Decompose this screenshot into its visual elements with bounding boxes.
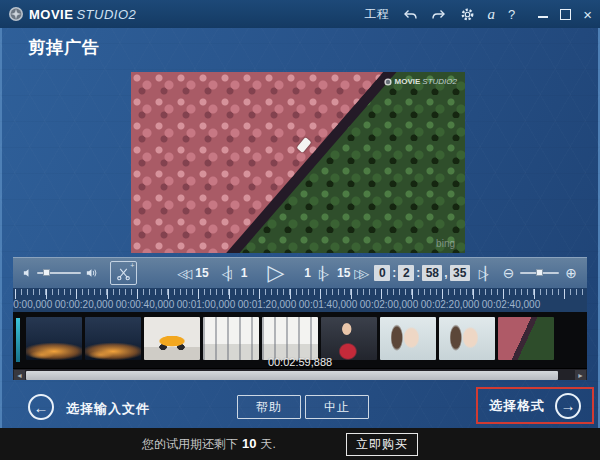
forward-1-num: 1 <box>304 266 311 280</box>
zoom-out-icon[interactable]: ⊖ <box>503 266 515 280</box>
maximize-icon[interactable] <box>560 9 571 20</box>
timeline-thumbnail[interactable] <box>321 317 377 360</box>
timeline-thumbnail-strip: 00:02:59,888 <box>13 312 587 368</box>
timecode-display: 0 : 2 : 58 , 35 <box>374 265 469 281</box>
timeline-thumbnail[interactable] <box>85 317 141 360</box>
minimize-icon[interactable] <box>538 10 548 18</box>
timeline-zoom-slider[interactable] <box>520 272 559 274</box>
video-preview: MOVIE STUDIO2 bing <box>131 72 465 253</box>
brand-studio: STUDIO2 <box>76 7 136 22</box>
timeline-thumbnail[interactable] <box>144 317 200 360</box>
help-icon[interactable]: ? <box>508 7 515 22</box>
scissors-plus: + <box>130 262 134 269</box>
timecode-sep: : <box>392 266 396 280</box>
jump-end-icon: ▷▏ <box>479 267 491 280</box>
back-15-button[interactable]: ◁◁ 15 <box>177 266 208 280</box>
play-button[interactable]: ▷ <box>267 260 284 286</box>
back-15-icon: ◁◁ <box>177 267 187 280</box>
watermark-reel-icon <box>384 78 392 86</box>
jump-end-button[interactable]: ▷▏ <box>479 267 491 280</box>
clip-start-marker[interactable] <box>16 318 20 362</box>
ruler-label: 00:02:40,000 <box>482 299 540 310</box>
scroll-right-icon[interactable]: ► <box>575 370 586 380</box>
trial-prefix: 您的试用期还剩下 <box>142 436 238 453</box>
ruler-label: 00:00:40,000 <box>116 299 174 310</box>
forward-1-button[interactable]: 1 ▕▷ <box>304 266 325 280</box>
forward-15-icon: ▷▷ <box>354 267 364 280</box>
ruler-label: 00:02:00,000 <box>360 299 418 310</box>
back-1-button[interactable]: ◁▏ 1 <box>222 266 248 280</box>
settings-gear-icon[interactable] <box>460 7 475 22</box>
timecode-seconds[interactable]: 58 <box>422 265 442 281</box>
timecode-millis[interactable]: 35 <box>450 265 470 281</box>
window-controls: × <box>538 7 592 22</box>
forward-15-button[interactable]: 15 ▷▷ <box>337 266 364 280</box>
ruler-label: 00:01:40,000 <box>299 299 357 310</box>
timeline-scrollbar[interactable]: ◄ ► <box>13 368 587 380</box>
timecode-minutes[interactable]: 2 <box>398 265 414 281</box>
timeline-thumbnail[interactable] <box>380 317 436 360</box>
ruler-label: 00:00:20,000 <box>55 299 113 310</box>
trial-status-bar: 您的试用期还剩下 10 天. 立即购买 <box>0 428 600 460</box>
timeline-thumbnail[interactable] <box>498 317 554 360</box>
timecode-sep: , <box>444 266 447 280</box>
timecode-sep: : <box>416 266 420 280</box>
zoom-in-icon[interactable]: ⊕ <box>565 266 577 280</box>
cut-scissors-button[interactable]: + <box>110 261 137 285</box>
thumbnail-row <box>26 317 554 360</box>
back-15-num: 15 <box>195 266 208 280</box>
forward-15-num: 15 <box>337 266 350 280</box>
footer-actions: ← 选择输入文件 帮助 中止 选择格式 → <box>0 385 600 428</box>
choose-input-file-label[interactable]: 选择输入文件 <box>66 400 150 418</box>
forward-1-icon: ▕▷ <box>313 267 325 280</box>
timeline-thumbnail[interactable] <box>439 317 495 360</box>
page-title: 剪掉广告 <box>28 36 100 59</box>
volume-slider[interactable] <box>37 272 81 274</box>
ruler-label: 00:01:00,000 <box>177 299 235 310</box>
next-button[interactable]: → <box>555 393 581 419</box>
arrow-right-icon: → <box>561 398 576 413</box>
volume-max-icon[interactable] <box>86 267 98 279</box>
arrow-left-icon: ← <box>34 400 49 415</box>
app-logo: MOVIE STUDIO2 <box>8 6 136 22</box>
ruler-label: 00:02:20,000 <box>421 299 479 310</box>
volume-slider-handle[interactable] <box>43 269 50 276</box>
preview-watermark: MOVIE STUDIO2 <box>384 77 457 86</box>
timeline-thumbnail[interactable] <box>262 317 318 360</box>
watermark-studio: STUDIO2 <box>422 77 457 86</box>
titlebar: MOVIE STUDIO2 工程 a ? <box>0 0 600 28</box>
project-menu[interactable]: 工程 <box>365 6 389 23</box>
scroll-left-icon[interactable]: ◄ <box>14 370 25 380</box>
playback-controls-bar: + ◁◁ 15 ◁▏ 1 ▷ 1 ▕▷ 15 ▷▷ 0 : 2 : 58 , 3… <box>13 257 587 288</box>
buy-now-button[interactable]: 立即购买 <box>346 433 418 456</box>
undo-icon[interactable] <box>402 8 418 21</box>
current-time-label: 00:02:59,888 <box>268 356 332 368</box>
trial-remaining-text: 您的试用期还剩下 10 天. <box>142 436 276 453</box>
ruler-label: 00:01:20,000 <box>238 299 296 310</box>
timeline-thumbnail[interactable] <box>26 317 82 360</box>
trial-days-count: 10 <box>242 436 256 451</box>
scrollbar-thumb[interactable] <box>26 371 558 380</box>
bing-watermark: bing <box>436 238 455 249</box>
timeline-ruler[interactable]: 00:00:00,000 00:00:20,000 00:00:40,000 0… <box>13 288 587 312</box>
redo-icon[interactable] <box>431 8 447 21</box>
timeline-zoom-handle[interactable] <box>536 269 543 276</box>
account-icon[interactable]: a <box>488 6 496 23</box>
timeline-thumbnail[interactable] <box>203 317 259 360</box>
back-button[interactable]: ← <box>28 394 54 420</box>
close-icon[interactable]: × <box>583 7 592 22</box>
ruler-ticks-major <box>15 289 585 299</box>
logo-reel-icon <box>8 6 24 22</box>
brand-movie: MOVIE <box>29 7 73 22</box>
abort-button[interactable]: 中止 <box>305 395 369 419</box>
app-window: MOVIE STUDIO2 工程 a ? <box>0 0 600 460</box>
choose-format-label[interactable]: 选择格式 <box>489 397 545 415</box>
timecode-hours[interactable]: 0 <box>374 265 390 281</box>
help-button[interactable]: 帮助 <box>237 395 301 419</box>
back-1-num: 1 <box>241 266 248 280</box>
back-1-icon: ◁▏ <box>222 267 234 280</box>
ruler-label: 00:00:00,000 <box>13 299 52 310</box>
watermark-movie: MOVIE <box>395 77 421 86</box>
volume-min-icon[interactable] <box>23 267 32 279</box>
titlebar-actions: 工程 a ? × <box>365 6 593 23</box>
